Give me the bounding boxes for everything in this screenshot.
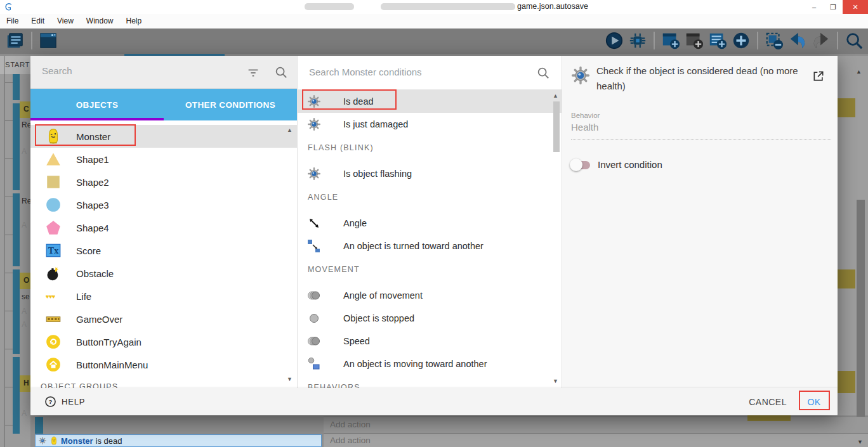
field-underline (571, 139, 831, 140)
scroll-up-icon[interactable]: ▲ (287, 127, 293, 133)
play-icon[interactable] (604, 30, 624, 51)
stopped-icon (304, 310, 324, 327)
scroll-down-icon[interactable]: ▼ (857, 439, 863, 445)
condition-list-item[interactable]: Angle of movement (298, 284, 562, 307)
object-list-item[interactable]: Shape1 (30, 148, 297, 171)
scroll-down-icon[interactable]: ▼ (553, 378, 558, 384)
condition-list-item[interactable]: Angle (298, 212, 562, 235)
menu-item[interactable]: View (51, 16, 80, 25)
condition-list-item: FLASH (BLINK) (298, 136, 562, 162)
menu-item[interactable]: File (0, 16, 25, 25)
object-list-item[interactable]: Shape2 (30, 171, 297, 193)
cancel-button[interactable]: CANCEL (749, 397, 787, 407)
object-list-item[interactable]: Shape4 (30, 216, 297, 239)
event-tick (5, 273, 13, 273)
toolbar-icon (837, 32, 838, 49)
condition-list-item[interactable]: An object is moving toward another (298, 353, 562, 375)
scrollbar-thumb[interactable] (553, 101, 560, 152)
search-icon[interactable] (844, 30, 864, 51)
scene-tab-start[interactable]: START (0, 56, 30, 74)
close-button[interactable]: ✕ (843, 0, 868, 14)
minimize-button[interactable]: – (805, 0, 824, 14)
scroll-down-icon[interactable]: ▼ (287, 376, 293, 382)
window-title: game.json.autosave (517, 2, 588, 11)
undo-icon[interactable] (787, 30, 808, 51)
invert-condition-toggle[interactable] (570, 159, 591, 171)
svg-text:Tx: Tx (48, 245, 58, 256)
highlighted-event-fragment (838, 269, 855, 288)
event-text-fragment: A (22, 147, 27, 156)
open-in-new-icon[interactable] (812, 70, 825, 82)
triangle-icon (43, 150, 63, 168)
condition-list-item[interactable]: Is just damaged (298, 113, 562, 136)
add-action-label[interactable]: Add action (330, 420, 868, 429)
redacted-title-text (381, 3, 515, 10)
condition-editor-dialog: OBJECTS OTHER CONDITIONS Monster Shape1 … (30, 56, 838, 415)
add-action-label[interactable]: Add action (330, 436, 868, 445)
annotation-monster-highlight (35, 124, 136, 146)
event-tick (5, 387, 13, 387)
condition-list-item[interactable]: Is object flashing (298, 162, 562, 185)
object-list-item[interactable]: Obstacle (30, 262, 297, 285)
menu-item[interactable]: Window (80, 16, 120, 25)
object-list-item[interactable]: GameOver (30, 308, 297, 330)
add-events-icon[interactable] (707, 30, 728, 51)
condition-list-item[interactable]: An object is turned toward another (298, 235, 562, 257)
scroll-up-icon[interactable]: ▲ (856, 68, 862, 75)
toolbar (0, 28, 868, 54)
health-gear-icon (304, 165, 324, 182)
add-plus-icon[interactable] (731, 30, 751, 51)
dialog-footer: ? HELP CANCEL OK (30, 388, 838, 415)
selected-condition-row[interactable]: Monster is dead (35, 434, 322, 447)
behavior-field-value[interactable]: Health (571, 122, 598, 133)
square-icon (43, 173, 63, 191)
event-block-bar (13, 74, 20, 100)
toolbar-icon (757, 32, 758, 49)
menu-bar: FileEditViewWindowHelp (0, 14, 868, 29)
object-groups-header: OBJECT GROUPS (30, 376, 297, 388)
condition-search-bar (298, 56, 562, 90)
toolbar-left-group (5, 30, 58, 51)
highlighted-event-fragment (838, 371, 855, 393)
panel-divider-line (4, 56, 4, 447)
menu-item[interactable]: Help (120, 16, 148, 25)
events-scrollbar[interactable] (857, 200, 865, 447)
annotation-isdead-highlight (302, 89, 397, 110)
highlighted-event-fragment (838, 98, 855, 117)
tab-objects[interactable]: OBJECTS (30, 89, 164, 120)
object-list-item[interactable]: ♥♥♥ Life (30, 285, 297, 308)
object-list-item[interactable]: Shape3 (30, 193, 297, 216)
condition-detail-panel: Check if the object is considered dead (… (562, 56, 838, 388)
scene-editor-icon[interactable] (38, 30, 58, 51)
tab-other-conditions[interactable]: OTHER CONDITIONS (164, 89, 297, 120)
object-list-item[interactable]: ButtonTryAgain (30, 330, 297, 353)
title-bar: game.json.autosave – ❐ ✕ (0, 0, 868, 15)
help-button[interactable]: HELP (62, 397, 85, 406)
event-tick (5, 425, 13, 425)
object-list-item[interactable]: Tx Score (30, 239, 297, 262)
object-list-item[interactable]: ButtonMainMenu (30, 353, 297, 376)
deselect-icon[interactable] (764, 30, 784, 51)
condition-list-item[interactable]: Object is stopped (298, 307, 562, 330)
redo-icon[interactable] (811, 30, 831, 51)
condition-search-input[interactable] (308, 66, 526, 78)
highlighted-event-fragment (747, 415, 791, 421)
restore-button[interactable]: ❐ (824, 0, 843, 14)
circle-icon (43, 196, 63, 214)
condition-list: Is dead Is just damaged FLASH (BLINK) Is… (298, 90, 562, 388)
debug-icon[interactable] (628, 30, 648, 51)
menu-item[interactable]: Edit (25, 16, 51, 25)
project-manager-icon[interactable] (5, 30, 25, 51)
condition-list-item[interactable]: Speed (298, 330, 562, 353)
add-action-row[interactable]: Add action (324, 433, 868, 447)
event-text-fragment: A (22, 307, 27, 316)
condition-description: Check if the object is considered dead (… (596, 63, 815, 94)
object-search-input[interactable] (41, 65, 233, 77)
add-external-icon[interactable] (684, 30, 704, 51)
filter-icon[interactable] (246, 65, 260, 79)
event-text-fragment: C (20, 101, 30, 118)
scroll-up-icon[interactable]: ▲ (553, 93, 558, 99)
event-text-fragment: A (22, 409, 27, 418)
add-object-icon[interactable] (661, 30, 681, 51)
pentagon-icon (43, 219, 63, 236)
